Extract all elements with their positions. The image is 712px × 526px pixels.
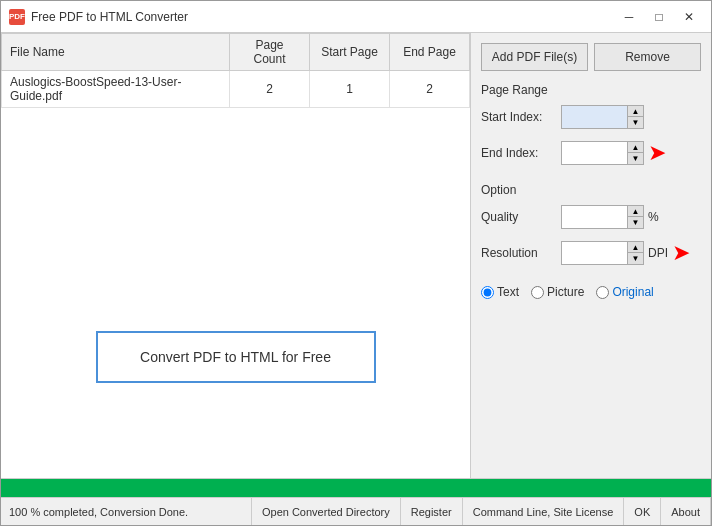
start-index-down[interactable]: ▼ — [627, 117, 643, 128]
left-panel: File Name Page Count Start Page End Page… — [1, 33, 471, 478]
arrow-end-index: ➤ — [648, 142, 666, 164]
progress-area: 100 % completed, Conversion Done. Open C… — [1, 478, 711, 525]
minimize-button[interactable]: ─ — [615, 5, 643, 29]
command-line-label: Command Line, Site License — [473, 506, 614, 518]
progress-bar-container — [1, 479, 711, 497]
end-index-row: End Index: 2 ▲ ▼ ➤ — [481, 141, 701, 165]
quality-up[interactable]: ▲ — [627, 206, 643, 217]
quality-unit: % — [648, 210, 659, 224]
resolution-up[interactable]: ▲ — [627, 242, 643, 253]
progress-bar-fill — [1, 479, 711, 497]
col-header-filename: File Name — [2, 34, 230, 71]
col-header-endpage: End Page — [390, 34, 470, 71]
command-line-button[interactable]: Command Line, Site License — [463, 498, 625, 525]
resolution-unit: DPI — [648, 246, 668, 260]
window-controls: ─ □ ✕ — [615, 5, 703, 29]
cell-endpage: 2 — [390, 71, 470, 108]
remove-button[interactable]: Remove — [594, 43, 701, 71]
resolution-row: Resolution 150 ▲ ▼ DPI ➤ — [481, 241, 701, 265]
file-table: File Name Page Count Start Page End Page… — [1, 33, 470, 236]
option-label: Option — [481, 183, 701, 197]
radio-text[interactable] — [481, 286, 494, 299]
radio-text-label[interactable]: Text — [481, 285, 519, 299]
app-icon: PDF — [9, 9, 25, 25]
start-index-label: Start Index: — [481, 110, 561, 124]
title-bar: PDF Free PDF to HTML Converter ─ □ ✕ — [1, 1, 711, 33]
convert-button[interactable]: Convert PDF to HTML for Free — [96, 331, 376, 383]
ok-button[interactable]: OK — [624, 498, 661, 525]
quality-input[interactable]: 90 — [562, 206, 627, 228]
right-panel: Add PDF File(s) Remove Page Range Start … — [471, 33, 711, 478]
maximize-button[interactable]: □ — [645, 5, 673, 29]
main-content: File Name Page Count Start Page End Page… — [1, 33, 711, 478]
quality-down[interactable]: ▼ — [627, 217, 643, 228]
cell-startpage: 1 — [310, 71, 390, 108]
window-title: Free PDF to HTML Converter — [31, 10, 615, 24]
status-text: 100 % completed, Conversion Done. — [1, 498, 251, 525]
end-index-label: End Index: — [481, 146, 561, 160]
convert-btn-area: Convert PDF to HTML for Free — [1, 236, 470, 479]
table-row: Auslogics-BoostSpeed-13-User-Guide.pdf 2… — [2, 71, 470, 108]
col-header-startpage: Start Page — [310, 34, 390, 71]
resolution-input[interactable]: 150 — [562, 242, 627, 264]
top-buttons: Add PDF File(s) Remove — [481, 43, 701, 71]
col-header-pagecount: Page Count — [230, 34, 310, 71]
quality-label: Quality — [481, 210, 561, 224]
radio-original-label-text: Original — [612, 285, 653, 299]
page-range-label: Page Range — [481, 83, 701, 97]
quality-spinner-buttons: ▲ ▼ — [627, 206, 643, 228]
add-pdf-button[interactable]: Add PDF File(s) — [481, 43, 588, 71]
main-window: PDF Free PDF to HTML Converter ─ □ ✕ Fil… — [0, 0, 712, 526]
end-index-up[interactable]: ▲ — [627, 142, 643, 153]
end-index-input[interactable]: 2 — [562, 142, 627, 164]
cell-filename: Auslogics-BoostSpeed-13-User-Guide.pdf — [2, 71, 230, 108]
end-index-spinner-buttons: ▲ ▼ — [627, 142, 643, 164]
status-bar: 100 % completed, Conversion Done. Open C… — [1, 497, 711, 525]
resolution-spinner: 150 ▲ ▼ — [561, 241, 644, 265]
quality-spinner: 90 ▲ ▼ — [561, 205, 644, 229]
resolution-down[interactable]: ▼ — [627, 253, 643, 264]
about-button[interactable]: About — [661, 498, 711, 525]
radio-original[interactable] — [596, 286, 609, 299]
start-index-row: Start Index: 1 ▲ ▼ — [481, 105, 701, 129]
start-index-spinner: 1 ▲ ▼ — [561, 105, 644, 129]
status-buttons: Open Converted Directory Register Comman… — [251, 498, 711, 525]
radio-picture-label[interactable]: Picture — [531, 285, 584, 299]
start-index-spinner-buttons: ▲ ▼ — [627, 106, 643, 128]
close-button[interactable]: ✕ — [675, 5, 703, 29]
start-index-input[interactable]: 1 — [562, 106, 627, 128]
output-type-row: Text Picture Original — [481, 285, 701, 299]
radio-text-label-text: Text — [497, 285, 519, 299]
arrow-resolution: ➤ — [672, 242, 690, 264]
pdf-files-table: File Name Page Count Start Page End Page… — [1, 33, 470, 108]
resolution-label: Resolution — [481, 246, 561, 260]
quality-row: Quality 90 ▲ ▼ % — [481, 205, 701, 229]
start-index-up[interactable]: ▲ — [627, 106, 643, 117]
radio-picture[interactable] — [531, 286, 544, 299]
cell-pagecount: 2 — [230, 71, 310, 108]
open-dir-button[interactable]: Open Converted Directory — [252, 498, 401, 525]
resolution-spinner-buttons: ▲ ▼ — [627, 242, 643, 264]
radio-original-label[interactable]: Original — [596, 285, 653, 299]
end-index-spinner: 2 ▲ ▼ — [561, 141, 644, 165]
register-button[interactable]: Register — [401, 498, 463, 525]
radio-picture-label-text: Picture — [547, 285, 584, 299]
end-index-down[interactable]: ▼ — [627, 153, 643, 164]
